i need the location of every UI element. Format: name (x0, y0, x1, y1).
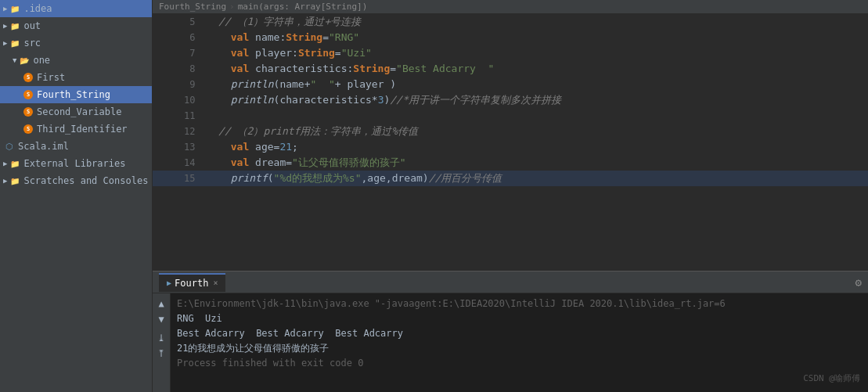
line-num-13: 13 (153, 139, 203, 155)
num-10: 3 (378, 94, 384, 106)
code-table: 5 // （1）字符串，通过+号连接 6 val name:String="RN… (153, 14, 868, 186)
scala-icon-fourth: S (22, 88, 34, 101)
sidebar-label-first: First (37, 72, 65, 83)
collapse-icon-extlibs: ▶ (3, 160, 7, 167)
terminal-tab-close[interactable]: × (213, 279, 218, 287)
comment-12: // （2）printf用法：字符串，通过%传值 (206, 125, 418, 137)
str-15: "%d的我想成为%s" (274, 172, 362, 184)
scroll-down-btn[interactable]: ▼ (154, 312, 168, 326)
line-num-6: 6 (153, 30, 203, 45)
sidebar-item-scratches[interactable]: ▶ 📁 Scratches and Consoles (0, 172, 152, 189)
terminal-line-2: Best Adcarry Best Adcarry Best Adcarry (177, 326, 862, 341)
line-content-6: val name:String="RNG" (203, 30, 868, 45)
terminal-line-4: Process finished with exit code 0 (177, 356, 862, 371)
sidebar: ▶ 📁 .idea ▶ 📁 out ▶ 📁 src ▼ 📂 one S Firs… (0, 0, 153, 392)
code-line-5: 5 // （1）字符串，通过+号连接 (153, 14, 868, 30)
line-content-7: val player:String="Uzi" (203, 45, 868, 61)
folder-icon-extlibs: 📁 (9, 157, 21, 170)
code-line-14: 14 val dream="让父母值得骄傲的孩子" (153, 155, 868, 171)
collapse-icon-src: ▶ (3, 39, 7, 47)
arg-dream-15: dream (392, 172, 423, 184)
scroll-up-btn[interactable]: ▲ (154, 297, 168, 311)
breadcrumb-file: Fourth_String (159, 2, 226, 12)
file-icon-scala-iml: ⬡ (3, 140, 16, 153)
line-content-13: val age=21; (203, 139, 868, 155)
code-line-6: 6 val name:String="RNG" (153, 30, 868, 45)
var-name-7: player (255, 47, 292, 59)
line-content-10: println(characteristics*3)//*用于讲一个字符串复制多… (203, 92, 868, 108)
terminal-tab-fourth[interactable]: ▶ Fourth × (159, 273, 225, 292)
type-7: String (298, 47, 335, 59)
collapse-icon-scratches: ▶ (3, 177, 7, 185)
gear-icon[interactable]: ⚙ (855, 276, 862, 289)
kw-val-6: val (231, 31, 249, 43)
sidebar-item-src[interactable]: ▶ 📁 src (0, 34, 152, 52)
sidebar-item-scala-iml[interactable]: ⬡ Scala.iml (0, 138, 152, 155)
str-14: "让父母值得骄傲的孩子" (292, 156, 406, 168)
sidebar-item-second-variable[interactable]: S Second_Variable (0, 103, 152, 120)
line-content-8: val characteristics:String="Best Adcarry… (203, 61, 868, 77)
terminal-line-3: 21的我想成为让父母值得骄傲的孩子 (177, 341, 862, 356)
type-6: String (286, 31, 322, 43)
var-name-8: characteristics (255, 63, 347, 74)
sidebar-label-one: one (33, 55, 50, 66)
line-content-14: val dream="让父母值得骄傲的孩子" (203, 155, 868, 171)
var-age-13: age (255, 141, 273, 153)
editor-content[interactable]: 5 // （1）字符串，通过+号连接 6 val name:String="RN… (153, 14, 868, 271)
comment-15: //用百分号传值 (429, 172, 502, 184)
collapse-icon-idea: ▶ (3, 5, 7, 13)
line-num-7: 7 (153, 45, 203, 61)
main-area: ▶ 📁 .idea ▶ 📁 out ▶ 📁 src ▼ 📂 one S Firs… (0, 0, 868, 392)
sidebar-item-third-identifier[interactable]: S Third_Identifier (0, 120, 152, 138)
sidebar-label-scala-iml: Scala.iml (18, 141, 69, 152)
code-line-7: 7 val player:String="Uzi" (153, 45, 868, 61)
line-content-11 (203, 108, 868, 124)
sidebar-item-external-libraries[interactable]: ▶ 📁 External Libraries (0, 155, 152, 172)
folder-icon-idea: 📁 (9, 2, 21, 15)
sidebar-item-idea[interactable]: ▶ 📁 .idea (0, 0, 152, 17)
line-num-5: 5 (153, 14, 203, 30)
watermark: CSDN @喻师傅 (803, 372, 860, 384)
terminal-tab-label: Fourth (175, 278, 208, 289)
line-content-15: printf("%d的我想成为%s",age,dream)//用百分号传值 (203, 171, 868, 186)
editor-area: Fourth_String › main(args: Array[String]… (153, 0, 868, 392)
terminal-content[interactable]: E:\Environment\jdk-11\bin\java.exe "-jav… (171, 293, 868, 392)
kw-val-14: val (231, 156, 249, 168)
sidebar-label-third: Third_Identifier (37, 124, 128, 135)
sidebar-item-fourth-string[interactable]: S Fourth_String (0, 86, 152, 103)
arg-chars-10: characteristics (279, 94, 371, 106)
code-line-13: 13 val age=21; (153, 139, 868, 155)
code-line-12: 12 // （2）printf用法：字符串，通过%传值 (153, 124, 868, 139)
sidebar-label-scratches: Scratches and Consoles (23, 175, 148, 186)
terminal-ctrl-3[interactable]: ⤓ (154, 331, 168, 345)
kw-val-7: val (231, 47, 249, 59)
arg-player-9: player (348, 78, 384, 90)
num-13: 21 (279, 141, 292, 153)
terminal-body: ▲ ▼ ⤓ ⤒ E:\Environment\jdk-11\bin\java.e… (153, 293, 868, 392)
sidebar-item-out[interactable]: ▶ 📁 out (0, 17, 152, 34)
code-line-9: 9 println(name+" "+ player ) (153, 77, 868, 92)
arg-age-15: age (367, 172, 385, 184)
collapse-icon-out: ▶ (3, 22, 7, 30)
terminal-tabs: ▶ Fourth × ⚙ (153, 272, 868, 293)
scala-icon-third: S (22, 123, 34, 135)
sidebar-item-first[interactable]: S First (0, 69, 152, 86)
terminal-ctrl-4[interactable]: ⤒ (154, 347, 168, 361)
code-line-15: 15 printf("%d的我想成为%s",age,dream)//用百分号传值 (153, 171, 868, 186)
sidebar-label-out: out (23, 20, 41, 31)
line-num-10: 10 (153, 92, 203, 108)
sidebar-label-idea: .idea (23, 3, 52, 14)
breadcrumb-sep: › (229, 2, 235, 12)
sidebar-label-second: Second_Variable (37, 106, 121, 117)
scala-icon-first: S (22, 71, 34, 84)
sidebar-item-one[interactable]: ▼ 📂 one (0, 52, 152, 69)
code-line-8: 8 val characteristics:String="Best Adcar… (153, 61, 868, 77)
type-8: String (353, 63, 390, 74)
line-num-14: 14 (153, 155, 203, 171)
line-num-12: 12 (153, 124, 203, 139)
fn-println-10: println (231, 94, 274, 106)
var-dream-14: dream (255, 156, 286, 168)
var-name-6: name (255, 31, 279, 43)
line-num-15: 15 (153, 171, 203, 186)
str-8: "Best Adcarry " (396, 63, 494, 74)
